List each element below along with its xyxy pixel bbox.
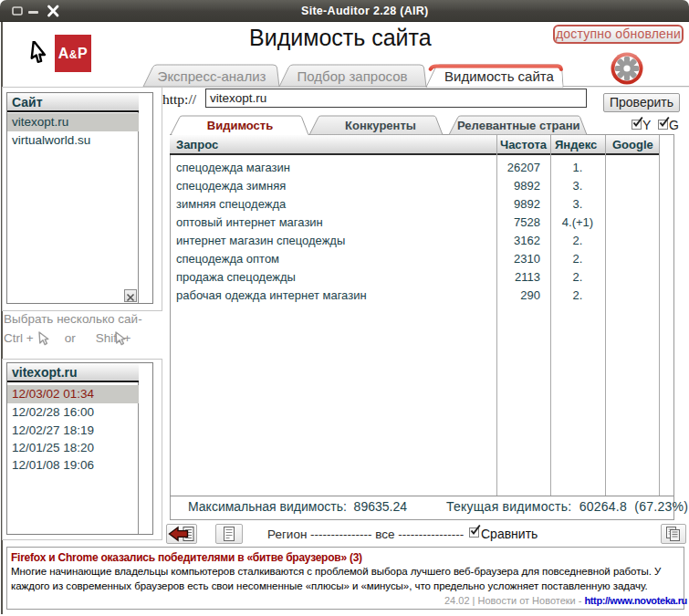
svg-text:Экспресс-анализ: Экспресс-анализ [158, 68, 266, 84]
svg-text:Конкуренты: Конкуренты [345, 119, 416, 132]
svg-text:Релевантные страни: Релевантные страни [457, 119, 580, 132]
svg-text:Видимость сайта: Видимость сайта [444, 68, 554, 84]
svg-text:Видимость: Видимость [207, 119, 273, 132]
svg-text:Подбор запросов: Подбор запросов [298, 68, 408, 84]
